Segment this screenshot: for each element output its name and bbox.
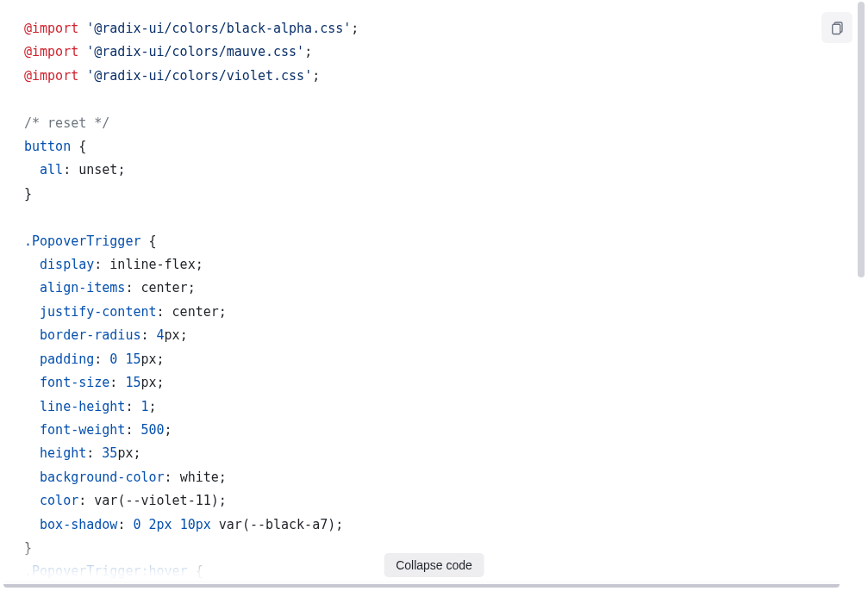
selector: button <box>24 139 71 154</box>
property: height <box>40 445 86 461</box>
selector: .PopoverTrigger <box>24 233 141 249</box>
code-block-container: @import '@radix-ui/colors/black-alpha.cs… <box>0 0 868 591</box>
property: display <box>40 257 94 272</box>
keyword-import: @import <box>24 44 78 59</box>
vertical-scrollbar-thumb[interactable] <box>858 2 865 277</box>
svg-rect-1 <box>833 24 840 34</box>
horizontal-scrollbar-track[interactable] <box>2 582 858 589</box>
import-path-0: '@radix-ui/colors/black-alpha.css' <box>86 21 351 36</box>
property: color <box>40 493 78 508</box>
property: font-weight <box>40 422 125 438</box>
property: all <box>40 162 63 177</box>
import-path-2: '@radix-ui/colors/violet.css' <box>86 68 312 84</box>
code-content: @import '@radix-ui/colors/black-alpha.cs… <box>24 17 868 584</box>
horizontal-scrollbar-thumb[interactable] <box>3 581 840 588</box>
property: font-size <box>40 375 109 390</box>
property: box-shadow <box>40 517 117 532</box>
comment: /* reset */ <box>24 115 109 131</box>
keyword-import: @import <box>24 21 78 36</box>
property: border-radius <box>40 327 141 343</box>
property: align-items <box>40 280 125 296</box>
property: background-color <box>40 470 165 485</box>
property: justify-content <box>40 304 156 320</box>
property: padding <box>40 351 94 367</box>
collapse-code-button[interactable]: Collapse code <box>384 553 484 577</box>
clipboard-icon <box>829 20 845 35</box>
selector: .PopoverTrigger:hover <box>24 563 188 579</box>
vertical-scrollbar-track[interactable] <box>859 2 866 581</box>
copy-button[interactable] <box>821 12 852 43</box>
import-path-1: '@radix-ui/colors/mauve.css' <box>86 44 304 59</box>
property: line-height <box>40 399 125 414</box>
keyword-import: @import <box>24 68 78 84</box>
